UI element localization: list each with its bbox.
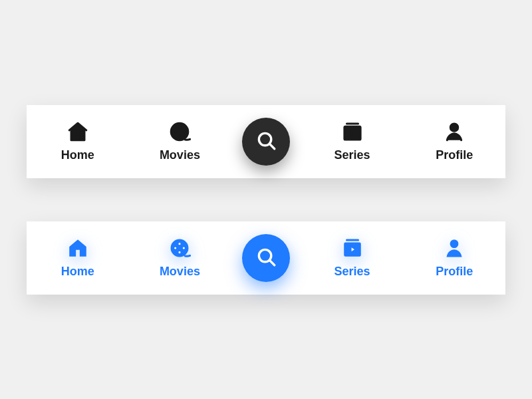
nav-movies-label: Movies — [160, 148, 200, 162]
svg-line-7 — [270, 144, 275, 148]
svg-point-10 — [451, 124, 458, 131]
svg-rect-0 — [76, 134, 80, 140]
film-reel-icon — [168, 237, 191, 259]
nav-profile[interactable]: Profile — [414, 120, 494, 162]
svg-point-14 — [182, 247, 186, 250]
nav-movies-label: Movies — [160, 265, 200, 279]
tv-play-icon — [341, 237, 364, 259]
nav-profile[interactable]: Profile — [414, 237, 494, 279]
nav-movies[interactable]: Movies — [140, 120, 219, 162]
home-icon — [66, 120, 89, 143]
search-button[interactable] — [242, 118, 290, 166]
nav-series-label: Series — [334, 148, 370, 162]
nav-profile-label: Profile — [436, 148, 473, 162]
svg-point-1 — [172, 123, 189, 140]
svg-point-4 — [182, 130, 186, 134]
search-icon — [255, 245, 277, 271]
tv-play-icon — [341, 120, 364, 143]
navbar-blue: Home Movies — [27, 221, 505, 295]
nav-movies[interactable]: Movies — [140, 237, 219, 279]
svg-point-13 — [174, 247, 178, 250]
film-reel-icon — [168, 120, 191, 143]
home-icon — [66, 237, 89, 259]
nav-home-label: Home — [61, 148, 94, 162]
person-icon — [443, 237, 466, 259]
nav-home[interactable]: Home — [38, 237, 118, 279]
nav-home-label: Home — [61, 265, 94, 279]
nav-series[interactable]: Series — [313, 237, 392, 279]
nav-profile-label: Profile — [436, 265, 473, 279]
svg-point-15 — [178, 251, 182, 254]
nav-home[interactable]: Home — [38, 120, 118, 162]
svg-point-2 — [178, 126, 182, 129]
search-button[interactable] — [242, 234, 290, 282]
person-icon — [443, 120, 466, 143]
svg-point-5 — [178, 134, 182, 138]
svg-point-3 — [174, 130, 178, 134]
search-icon — [255, 129, 277, 154]
svg-line-17 — [270, 260, 275, 265]
nav-series-label: Series — [334, 265, 370, 279]
svg-point-20 — [451, 240, 458, 247]
svg-point-12 — [178, 242, 182, 245]
navbar-dark: Home Movies — [27, 105, 505, 178]
nav-series[interactable]: Series — [313, 120, 392, 162]
